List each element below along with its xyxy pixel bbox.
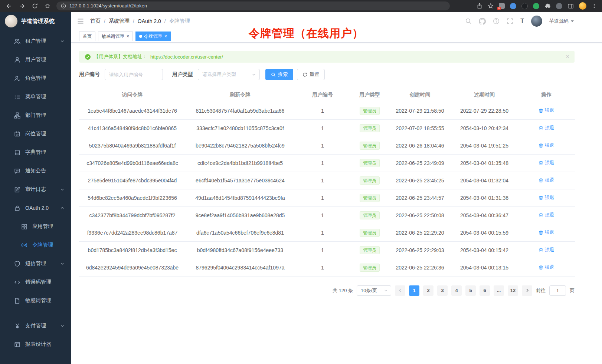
extensions-puzzle-icon[interactable] [544,3,551,9]
sidebar-item-tenant[interactable]: 租户管理 [0,32,71,50]
font-size-icon[interactable]: T [520,18,524,24]
forward-icon[interactable] [19,3,25,9]
sms-icon [14,261,20,267]
breadcrumb-item[interactable]: OAuth 2.0 [138,18,161,24]
share-icon[interactable] [477,3,482,9]
user-menu[interactable]: 芋道源码 [549,18,574,24]
search-icon[interactable] [465,18,472,24]
sidebar-item-oauth2-app[interactable]: 应用管理 [0,217,71,236]
user-type-cell: 管理员 [350,241,389,259]
page-button-6[interactable]: 6 [480,285,490,296]
browser-menu-icon[interactable] [592,3,597,9]
user-type-badge: 管理员 [360,159,380,167]
bookmark-star-icon[interactable] [488,3,494,9]
access-token-cell: 54d6be82ee5a460a9aedc1f9bf223656 [79,189,186,206]
next-page-button[interactable] [522,285,532,296]
site-info-icon[interactable] [61,3,66,9]
more-pages-button[interactable]: ... [494,285,504,296]
token-table-row: 502375b8040a469a9b82188afdf6af1f be90422… [79,137,575,154]
alert-close-icon[interactable]: × [566,54,569,60]
report-icon [14,341,20,348]
sidebar-item-error-code[interactable]: 错误码管理 [0,273,71,291]
page-button-1[interactable]: 1 [409,285,419,296]
extension-icon-5[interactable] [556,3,562,9]
help-icon[interactable] [493,18,500,24]
force-logout-button[interactable]: 强退 [539,212,554,218]
force-logout-button[interactable]: 强退 [539,125,554,131]
search-button[interactable]: 搜索 [265,69,293,80]
prev-page-button[interactable] [395,285,405,296]
page-size-select[interactable]: 10条/页 [357,285,391,296]
pagination: 共 120 条 10条/页 123456...12 前往 页 [79,285,575,296]
force-logout-button[interactable]: 强退 [539,264,554,271]
reset-button[interactable]: 重置 [297,69,325,80]
sidebar-item-user[interactable]: 用户管理 [0,50,71,69]
force-logout-button[interactable]: 强退 [539,107,554,114]
breadcrumb-item[interactable]: 首页 [90,18,101,24]
app-icon [21,224,27,230]
sidebar-item-sms[interactable]: 短信管理 [0,254,71,273]
search-form: 用户编号 用户类型 请选择用户类型 搜索 重置 [79,69,575,80]
split-view-icon[interactable] [567,3,574,9]
sidebar-item-audit-log[interactable]: 审计日志 [0,180,71,199]
force-logout-button[interactable]: 强退 [539,159,554,166]
tab-oauth2-token[interactable]: 令牌管理 × [135,32,171,41]
expire-time-cell: 2054-03-04 01:31:36 [451,189,518,206]
sidebar-item-sensitive-word[interactable]: 敏感词管理 [0,291,71,310]
user-id-input[interactable] [105,69,163,80]
dept-icon [14,112,20,119]
tab-close-icon[interactable]: × [164,34,167,39]
sidebar-item-dept[interactable]: 部门管理 [0,106,71,125]
back-icon[interactable] [6,3,12,9]
page-button-3[interactable]: 3 [437,285,448,296]
refresh-token-cell: 333ecfc71e02480cb11055c875c3ca0f [186,119,295,137]
browser-nav-buttons [0,3,56,9]
github-icon[interactable] [479,18,486,25]
force-logout-button[interactable]: 强退 [539,142,554,149]
delete-icon [539,143,543,148]
tab-close-icon[interactable]: × [127,34,129,39]
tab-home[interactable]: 首页 × [79,32,95,41]
force-logout-button[interactable]: 强退 [539,177,554,183]
tab-sensitive-word[interactable]: 敏感词管理 × [98,32,133,41]
extension-icon-4[interactable] [533,3,539,9]
goto-page-input[interactable] [549,285,566,296]
app-logo-avatar [5,15,17,27]
page-button-2[interactable]: 2 [423,285,433,296]
user-avatar[interactable] [531,16,542,27]
doc-link[interactable]: https://doc.iocoder.cn/user-center/ [150,54,223,60]
sidebar-item-report-designer[interactable]: 报表设计器 [0,335,71,354]
sidebar-item-dict[interactable]: 字典管理 [0,143,71,162]
sidebar-item-oauth2-token[interactable]: 令牌管理 [0,236,71,254]
refresh-token-cell: 49d1aa46d1454fbd87591444423be9fa [186,189,295,206]
page-button-12[interactable]: 12 [508,285,518,296]
menu-fold-icon[interactable] [77,17,84,25]
force-logout-button[interactable]: 强退 [539,229,554,236]
force-logout-button[interactable]: 强退 [539,194,554,201]
chevron-up-icon [60,206,65,210]
create-time-cell: 2022-06-25 23:49:09 [389,154,451,172]
reload-icon[interactable] [32,3,38,9]
page-button-5[interactable]: 5 [465,285,476,296]
sidebar-item-pay[interactable]: 支付管理 [0,317,71,335]
home-icon[interactable] [45,3,50,9]
user-type-badge: 管理员 [360,176,380,185]
extension-icon-3[interactable] [521,3,528,9]
sidebar-item-menu[interactable]: 菜单管理 [0,87,71,106]
address-bar[interactable]: 127.0.0.1:1024/system/oauth2/token [56,1,450,10]
action-cell: 强退 [518,119,575,137]
page-button-4[interactable]: 4 [451,285,462,296]
breadcrumb-item[interactable]: 系统管理 [109,18,130,24]
extension-icon-2[interactable] [510,3,516,9]
sidebar-item-role[interactable]: 角色管理 [0,69,71,87]
sidebar-item-post[interactable]: 岗位管理 [0,125,71,143]
sidebar-item-oauth2[interactable]: OAuth 2.0 [0,199,71,217]
user-id-cell: 1 [295,102,350,119]
force-logout-button[interactable]: 强退 [539,246,554,253]
browser-profile-avatar[interactable] [579,2,586,10]
sidebar-item-notice[interactable]: 通知公告 [0,162,71,180]
extension-icon-1[interactable]: 0 [499,3,505,9]
user-type-select[interactable]: 请选择用户类型 [198,69,260,80]
fullscreen-icon[interactable] [507,18,513,24]
app-logo: 芋道管理系统 [0,12,71,30]
